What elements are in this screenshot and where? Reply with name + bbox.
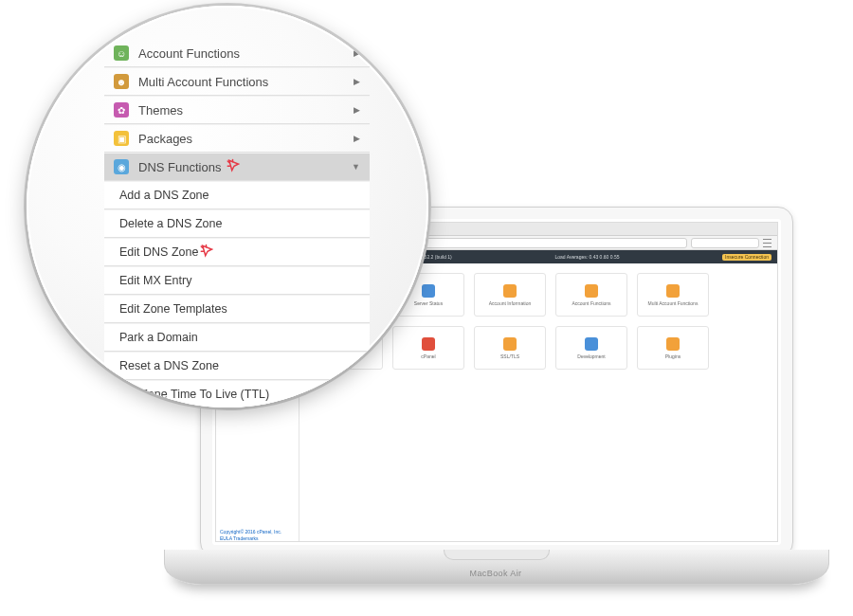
tile-label: Account Functions (572, 301, 610, 306)
menu-packages[interactable]: ▣ Packages ▶ (104, 124, 370, 153)
menu-dns-functions[interactable]: ◉ DNS Functions ▼ (104, 153, 370, 181)
tile-icon (422, 284, 435, 298)
tile-label: Server Status (414, 301, 443, 306)
submenu-reset-dns[interactable]: Reset a DNS Zone (104, 352, 370, 380)
browser-menu-icon[interactable] (763, 239, 771, 247)
menu-label: DNS Functions (138, 160, 221, 174)
submenu-add-dns-zone[interactable]: Add a DNS Zone (104, 181, 370, 209)
insecure-connection-badge[interactable]: Insecure Connection (722, 254, 771, 261)
tile-plugins[interactable]: Plugins (637, 326, 709, 370)
menu-label: Account Functions (138, 46, 240, 61)
laptop-base (164, 550, 829, 585)
users-icon: ☺ (114, 45, 129, 61)
submenu-park-domain[interactable]: Park a Domain (104, 323, 370, 352)
tile-icon (585, 284, 598, 298)
tile-label: Plugins (665, 354, 681, 359)
tile-icon (585, 337, 598, 351)
tile-account-info[interactable]: Account Information (474, 273, 546, 317)
whm-sidebar-menu: ☺ Account Functions ▶ ☻ Multi Account Fu… (104, 40, 370, 408)
chevron-right-icon: ▶ (354, 134, 360, 143)
whm-load: Load Averages: 0.43 0.60 0.55 (554, 255, 619, 260)
submenu-label: Delete a DNS Zone (119, 217, 222, 230)
submenu-edit-mx[interactable]: Edit MX Entry (104, 266, 370, 295)
browser-search-field[interactable] (691, 238, 759, 248)
tile-development[interactable]: Development (555, 326, 627, 370)
submenu-delete-dns-zone[interactable]: Delete a DNS Zone (104, 209, 370, 238)
tile-icon (503, 337, 517, 351)
tile-label: Account Information (489, 301, 531, 306)
device-brand: MacBook Air (164, 569, 827, 578)
submenu-label: Edit Zone Templates (119, 302, 227, 316)
click-cursor-icon (226, 158, 243, 175)
tile-label: Multi Account Functions (648, 301, 699, 306)
menu-label: Multi Account Functions (138, 75, 268, 89)
tile-icon (503, 284, 517, 298)
submenu-label: Add a DNS Zone (119, 189, 209, 202)
submenu-edit-dns-zone[interactable]: Edit DNS Zone (104, 238, 370, 266)
packages-icon: ▣ (114, 131, 129, 146)
tile-label: Development (577, 354, 605, 359)
chevron-right-icon: ▶ (354, 77, 360, 86)
chevron-right-icon: ▶ (354, 48, 360, 58)
submenu-label: Park a Domain (119, 331, 198, 344)
themes-icon: ✿ (114, 102, 129, 118)
menu-account-functions[interactable]: ☺ Account Functions ▶ (104, 40, 370, 67)
tile-label: cPanel (421, 354, 435, 359)
laptop-notch (444, 550, 550, 560)
multi-users-icon: ☻ (114, 74, 129, 89)
submenu-label: Edit DNS Zone (119, 245, 198, 259)
click-cursor-icon (199, 244, 216, 261)
tile-icon (666, 284, 680, 298)
chevron-down-icon: ▼ (352, 162, 360, 172)
tile-icon (422, 337, 435, 351)
tile-cpanel[interactable]: cPanel (392, 326, 464, 370)
eula-links[interactable]: EULA Trademarks (220, 535, 295, 542)
dns-icon: ◉ (114, 159, 129, 174)
submenu-zone-templates[interactable]: Edit Zone Templates (104, 295, 370, 323)
chevron-right-icon: ▶ (354, 105, 360, 115)
mini-sidebar-footer: Copyright© 2016 cPanel, Inc. EULA Tradem… (220, 529, 295, 541)
tile-ssl[interactable]: SSL/TLS (474, 326, 546, 370)
tile-icon (666, 337, 680, 351)
menu-label: Packages (138, 132, 192, 146)
submenu-label: Reset a DNS Zone (119, 359, 219, 372)
menu-multi-account-functions[interactable]: ☻ Multi Account Functions ▶ (104, 67, 370, 96)
tile-multi-account[interactable]: Multi Account Functions (637, 273, 709, 317)
submenu-label: Set Zone Time To Live (TTL) (119, 388, 269, 401)
menu-label: Themes (138, 103, 183, 118)
tile-label: SSL/TLS (500, 354, 519, 359)
magnifier-lens: ☺ Account Functions ▶ ☻ Multi Account Fu… (27, 6, 428, 408)
tile-account-func[interactable]: Account Functions (555, 273, 627, 317)
submenu-label: Edit MX Entry (119, 274, 191, 287)
menu-themes[interactable]: ✿ Themes ▶ (104, 96, 370, 124)
